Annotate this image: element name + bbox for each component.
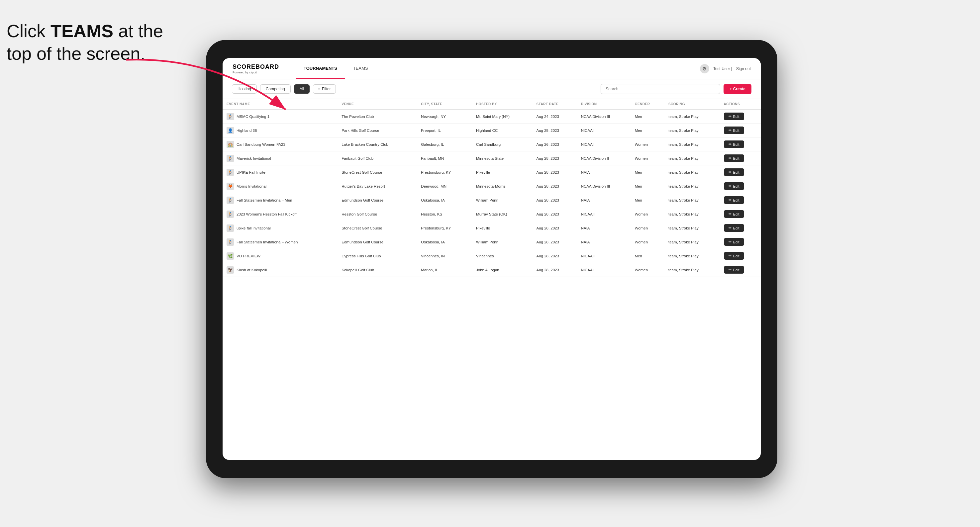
cell-city: Prestonsburg, KY [417,221,472,235]
cell-city: Prestonsburg, KY [417,165,472,179]
cell-city: Marion, IL [417,263,472,277]
cell-actions: ✏ Edit [720,221,761,235]
edit-button[interactable]: ✏ Edit [724,113,744,120]
event-name-text: Morris Invitational [237,184,266,188]
nav-tab-tournaments[interactable]: TOURNAMENTS [296,58,345,79]
cell-division: NAIA [577,165,631,179]
search-input[interactable] [601,84,720,94]
cell-city: Hesston, KS [417,207,472,221]
filter-button[interactable]: ≡ Filter [313,84,336,94]
table-row: 🏌 Fall Statesmen Invitational - Men Edmu… [223,193,761,207]
col-start-date: START DATE [532,99,577,110]
all-button[interactable]: All [294,84,310,94]
event-icon: 🏫 [227,141,234,148]
edit-button[interactable]: ✏ Edit [724,127,744,134]
cell-scoring: team, Stroke Play [664,179,720,193]
cell-division: NICAA II [577,207,631,221]
event-icon: 🏌 [227,113,234,120]
cell-event-name: 🏌 Maverick Invitational [223,151,337,165]
edit-button[interactable]: ✏ Edit [724,168,744,176]
cell-gender: Women [631,263,664,277]
cell-venue: StoneCrest Golf Course [337,165,417,179]
cell-hosted-by: Vincennes [472,249,532,263]
edit-pencil-icon: ✏ [729,254,732,258]
competing-button[interactable]: Competing [260,84,291,94]
cell-actions: ✏ Edit [720,207,761,221]
event-icon: 🦊 [227,183,234,190]
cell-hosted-by: Mt. Saint Mary (NY) [472,110,532,124]
cell-event-name: 🏌 MSMC Qualifying 1 [223,110,337,124]
cell-hosted-by: William Penn [472,235,532,249]
cell-division: NAIA [577,235,631,249]
cell-scoring: team, Stroke Play [664,138,720,151]
cell-venue: Hesston Golf Course [337,207,417,221]
edit-button[interactable]: ✏ Edit [724,196,744,204]
edit-button[interactable]: ✏ Edit [724,238,744,246]
cell-city: Vincennes, IN [417,249,472,263]
table-row: 👤 Highland 36 Park Hills Golf Course Fre… [223,124,761,138]
cell-scoring: team, Stroke Play [664,207,720,221]
edit-pencil-icon: ✏ [729,184,732,188]
nav-tab-teams[interactable]: TEAMS [345,58,376,79]
event-icon: 👤 [227,127,234,134]
cell-division: NCAA Division II [577,151,631,165]
sign-out-link[interactable]: Sign out [736,67,751,71]
settings-icon[interactable]: ⚙ [700,64,709,73]
cell-venue: StoneCrest Golf Course [337,221,417,235]
hosting-button[interactable]: Hosting [232,84,257,94]
event-name-text: MSMC Qualifying 1 [237,114,269,119]
edit-button[interactable]: ✏ Edit [724,252,744,260]
cell-date: Aug 25, 2023 [532,124,577,138]
cell-hosted-by: Carl Sandburg [472,138,532,151]
table-row: 🏌 upike fall invitational StoneCrest Gol… [223,221,761,235]
cell-scoring: team, Stroke Play [664,151,720,165]
edit-button[interactable]: ✏ Edit [724,140,744,148]
col-hosted-by: HOSTED BY [472,99,532,110]
cell-hosted-by: Pikeville [472,221,532,235]
logo-text: SCOREBOARD [232,63,279,70]
edit-button[interactable]: ✏ Edit [724,210,744,218]
cell-gender: Men [631,110,664,124]
cell-gender: Women [631,235,664,249]
logo-sub: Powered by clippit [232,71,279,74]
event-icon: 🏌 [227,238,234,246]
col-city-state: CITY, STATE [417,99,472,110]
cell-hosted-by: Minnesota-Morris [472,179,532,193]
cell-venue: Faribault Golf Club [337,151,417,165]
cell-scoring: team, Stroke Play [664,193,720,207]
edit-label: Edit [733,198,740,202]
table-row: 🏌 2023 Women's Hesston Fall Kickoff Hess… [223,207,761,221]
cell-city: Faribault, MN [417,151,472,165]
edit-label: Edit [733,156,740,160]
col-actions: ACTIONS [720,99,761,110]
edit-pencil-icon: ✏ [729,156,732,160]
cell-gender: Men [631,165,664,179]
create-button[interactable]: + Create [724,84,751,94]
cell-date: Aug 24, 2023 [532,110,577,124]
table-body: 🏌 MSMC Qualifying 1 The Powelton Club Ne… [223,110,761,277]
col-division: DIVISION [577,99,631,110]
cell-hosted-by: William Penn [472,193,532,207]
cell-city: Oskaloosa, IA [417,193,472,207]
cell-actions: ✏ Edit [720,235,761,249]
cell-division: NAIA [577,221,631,235]
edit-pencil-icon: ✏ [729,142,732,146]
cell-hosted-by: Murray State (OK) [472,207,532,221]
filter-bar: Hosting Competing All ≡ Filter + Create [223,79,761,99]
edit-button[interactable]: ✏ Edit [724,224,744,232]
edit-label: Edit [733,226,740,230]
cell-actions: ✏ Edit [720,124,761,138]
edit-button[interactable]: ✏ Edit [724,154,744,162]
edit-button[interactable]: ✏ Edit [724,266,744,274]
cell-scoring: team, Stroke Play [664,235,720,249]
cell-gender: Women [631,138,664,151]
event-name-text: Fall Statesmen Invitational - Men [237,198,292,202]
cell-event-name: 🌿 VU PREVIEW [223,249,337,263]
cell-actions: ✏ Edit [720,263,761,277]
cell-actions: ✏ Edit [720,110,761,124]
edit-label: Edit [733,129,740,132]
cell-division: NCAA Division III [577,110,631,124]
cell-city: Oskaloosa, IA [417,235,472,249]
edit-button[interactable]: ✏ Edit [724,182,744,190]
cell-venue: Cypress Hills Golf Club [337,249,417,263]
